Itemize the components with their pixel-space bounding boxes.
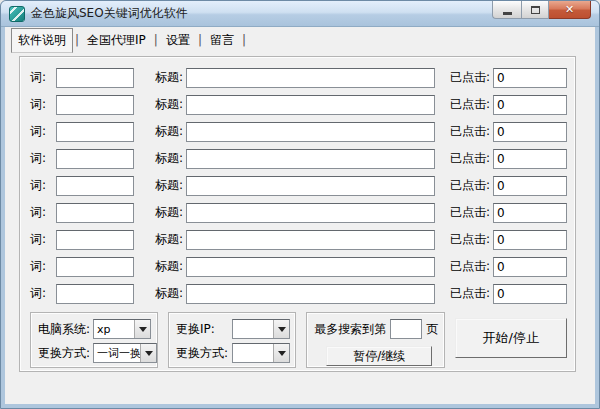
title-input-3[interactable]: [186, 122, 435, 142]
os-label: 电脑系统:: [38, 321, 90, 338]
word-input-2[interactable]: [56, 95, 134, 115]
title-input-5[interactable]: [186, 176, 435, 196]
clicked-label: 已点击:: [441, 177, 493, 194]
clicked-input-5[interactable]: [493, 176, 567, 196]
word-label: 词:: [30, 150, 56, 167]
title-label: 标题:: [148, 177, 186, 194]
close-icon: ✕: [565, 4, 574, 15]
tab-national-proxy-ip[interactable]: 全国代理IP: [81, 29, 152, 52]
max-search-suffix-label: 页: [426, 321, 438, 338]
max-page-input[interactable]: [390, 319, 422, 339]
keyword-row-7: 词: 标题: 已点击:: [30, 229, 567, 250]
app-window: 金色旋风SEO关键词优化软件 ✕ 软件说明 | 全国代理IP | 设置 | 留言…: [0, 0, 600, 409]
maximize-icon: [531, 6, 540, 14]
footer-controls: 电脑系统: xp 更换方式: 一词一换: [30, 312, 567, 370]
title-label: 标题:: [148, 123, 186, 140]
chevron-down-icon: [278, 327, 286, 332]
keyword-row-6: 词: 标题: 已点击:: [30, 202, 567, 223]
title-input-7[interactable]: [186, 230, 435, 250]
title-input-6[interactable]: [186, 203, 435, 223]
keyword-row-5: 词: 标题: 已点击:: [30, 175, 567, 196]
chevron-down-icon: [278, 351, 286, 356]
word-input-5[interactable]: [56, 176, 134, 196]
word-input-1[interactable]: [56, 68, 134, 88]
word-label: 词:: [30, 69, 56, 86]
title-input-8[interactable]: [186, 257, 435, 277]
word-input-3[interactable]: [56, 122, 134, 142]
keyword-row-3: 词: 标题: 已点击:: [30, 121, 567, 142]
window-controls: ✕: [492, 1, 591, 19]
clicked-label: 已点击:: [441, 69, 493, 86]
tab-bar: 软件说明 | 全国代理IP | 设置 | 留言 |: [5, 27, 595, 53]
change-ip-select[interactable]: [232, 319, 290, 339]
dropdown-arrow-icon[interactable]: [140, 344, 156, 362]
titlebar[interactable]: 金色旋风SEO关键词优化软件 ✕: [1, 1, 599, 27]
minimize-button[interactable]: [492, 1, 521, 19]
clicked-label: 已点击:: [441, 231, 493, 248]
keyword-row-2: 词: 标题: 已点击:: [30, 94, 567, 115]
clicked-label: 已点击:: [441, 150, 493, 167]
switch-mode-row: 更换方式: 一词一换: [38, 343, 152, 363]
keyword-row-9: 词: 标题: 已点击:: [30, 283, 567, 304]
clicked-input-8[interactable]: [493, 257, 567, 277]
client-area: 软件说明 | 全国代理IP | 设置 | 留言 | 词: 标题: 已点击: 词:…: [5, 27, 595, 404]
pause-resume-button[interactable]: 暂停/继续: [326, 346, 432, 366]
clicked-input-4[interactable]: [493, 149, 567, 169]
dropdown-arrow-icon[interactable]: [134, 320, 150, 338]
minimize-icon: [503, 12, 512, 15]
tab-separator: |: [240, 33, 248, 47]
word-label: 词:: [30, 177, 56, 194]
tab-separator: |: [73, 33, 81, 47]
max-search-prefix-label: 最多搜索到第: [314, 321, 386, 338]
window-title: 金色旋风SEO关键词优化软件: [31, 5, 188, 22]
clicked-input-6[interactable]: [493, 203, 567, 223]
start-stop-button[interactable]: 开始/停止: [455, 318, 567, 358]
ip-switch-mode-row: 更换方式:: [176, 343, 290, 363]
chevron-down-icon: [139, 327, 147, 332]
clicked-input-2[interactable]: [493, 95, 567, 115]
chevron-down-icon: [145, 351, 153, 356]
tab-software-info[interactable]: 软件说明: [11, 28, 73, 53]
content-panel: 词: 标题: 已点击: 词: 标题: 已点击: 词: 标题: 已点击: [19, 56, 576, 372]
ip-switch-mode-label: 更换方式:: [176, 345, 228, 362]
title-input-1[interactable]: [186, 68, 435, 88]
ip-switch-mode-select[interactable]: [232, 343, 290, 363]
tab-message[interactable]: 留言: [204, 29, 240, 52]
search-settings-group: 最多搜索到第 页 暂停/继续: [306, 312, 444, 368]
dropdown-arrow-icon[interactable]: [273, 344, 289, 362]
word-label: 词:: [30, 285, 56, 302]
word-label: 词:: [30, 204, 56, 221]
word-input-8[interactable]: [56, 257, 134, 277]
clicked-input-9[interactable]: [493, 284, 567, 304]
switch-mode-select[interactable]: 一词一换: [93, 343, 157, 363]
title-label: 标题:: [148, 69, 186, 86]
clicked-label: 已点击:: [441, 123, 493, 140]
switch-mode-selected-value: 一词一换: [94, 346, 140, 361]
clicked-label: 已点击:: [441, 96, 493, 113]
close-button[interactable]: ✕: [549, 1, 591, 19]
word-input-9[interactable]: [56, 284, 134, 304]
title-input-2[interactable]: [186, 95, 435, 115]
maximize-button[interactable]: [521, 1, 549, 19]
word-input-7[interactable]: [56, 230, 134, 250]
clicked-label: 已点击:: [441, 285, 493, 302]
os-select[interactable]: xp: [93, 319, 151, 339]
word-label: 词:: [30, 231, 56, 248]
system-settings-group: 电脑系统: xp 更换方式: 一词一换: [30, 312, 158, 368]
word-input-4[interactable]: [56, 149, 134, 169]
tab-separator: |: [152, 33, 160, 47]
clicked-input-3[interactable]: [493, 122, 567, 142]
clicked-label: 已点击:: [441, 204, 493, 221]
ip-settings-group: 更换IP: 更换方式:: [168, 312, 296, 368]
title-label: 标题:: [148, 258, 186, 275]
title-input-4[interactable]: [186, 149, 435, 169]
os-selected-value: xp: [94, 323, 134, 336]
clicked-input-7[interactable]: [493, 230, 567, 250]
dropdown-arrow-icon[interactable]: [273, 320, 289, 338]
title-label: 标题:: [148, 96, 186, 113]
word-input-6[interactable]: [56, 203, 134, 223]
tab-separator: |: [196, 33, 204, 47]
title-input-9[interactable]: [186, 284, 435, 304]
tab-settings[interactable]: 设置: [160, 29, 196, 52]
clicked-input-1[interactable]: [493, 68, 567, 88]
